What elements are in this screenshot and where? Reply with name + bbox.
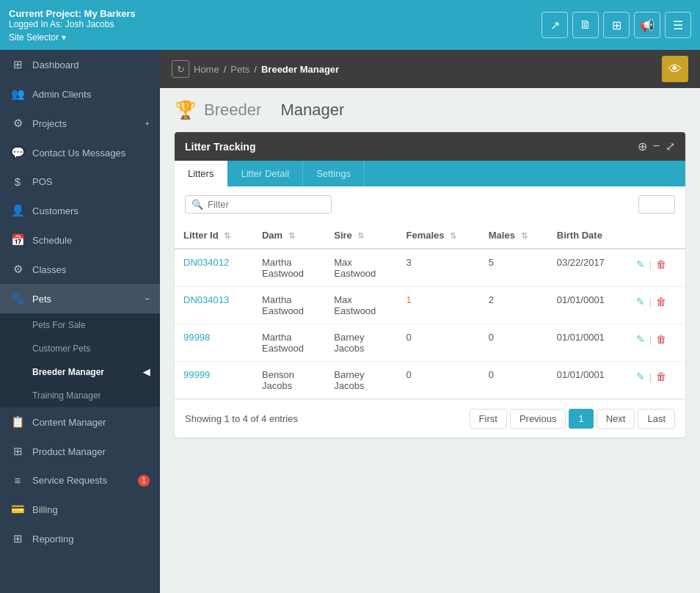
col-litter-id-label: Litter Id <box>183 230 219 241</box>
breadcrumb-eye-button[interactable]: 👁 <box>662 56 688 82</box>
sidebar-sub-item-customer-pets[interactable]: Customer Pets <box>0 337 160 360</box>
card-expand-icon[interactable]: ⤢ <box>666 139 675 153</box>
schedule-icon: 📅 <box>10 233 25 247</box>
document-icon-btn[interactable]: 🗎 <box>572 12 599 38</box>
delete-icon[interactable]: 🗑 <box>656 296 666 308</box>
breadcrumb-refresh-icon[interactable]: ↻ <box>172 60 189 78</box>
pets-for-sale-label: Pets For Sale <box>32 320 86 330</box>
col-dam-sort-icon[interactable]: ⇅ <box>288 231 295 240</box>
cell-dam: Martha Eastwood <box>253 287 325 324</box>
pagination-page-1-btn[interactable]: 1 <box>569 409 593 429</box>
sidebar-label-content-manager: Content Manager <box>32 417 106 428</box>
project-name: Current Project: My Barkers <box>9 8 136 19</box>
tab-settings[interactable]: Settings <box>303 161 365 186</box>
sidebar-item-content-manager[interactable]: 📋 Content Manager <box>0 407 160 437</box>
sitemap-icon-btn[interactable]: ⊞ <box>603 12 630 38</box>
litter-id-link[interactable]: 99998 <box>183 332 210 343</box>
pagination-first-btn[interactable]: First <box>470 409 507 429</box>
litter-id-link[interactable]: DN034013 <box>183 294 229 305</box>
cell-males: 5 <box>480 249 548 287</box>
pagination-info: Showing 1 to 4 of 4 entries <box>185 413 298 424</box>
sidebar-item-reporting[interactable]: ⊞ Reporting <box>0 524 160 553</box>
page-content: 🏆 Breeder Manager Litter Tracking ⊕ − ⤢ … <box>160 88 700 593</box>
sidebar-item-contact-us[interactable]: 💬 Contact Us Messages <box>0 138 160 167</box>
sidebar-item-pos[interactable]: $ POS <box>0 167 160 196</box>
delete-icon[interactable]: 🗑 <box>656 371 666 382</box>
card-minimize-icon[interactable]: − <box>653 139 660 153</box>
sidebar-item-pets[interactable]: 🐾 Pets − <box>0 284 160 313</box>
tab-litter-detail-label: Litter Detail <box>241 168 289 179</box>
product-manager-icon: ⊞ <box>10 445 25 458</box>
col-females-sort-icon[interactable]: ⇅ <box>450 231 456 240</box>
col-females: Females ⇅ <box>397 222 479 249</box>
sidebar-label-pos: POS <box>32 176 52 187</box>
edit-icon[interactable]: ✎ <box>636 371 645 382</box>
search-box: 🔍 <box>185 195 332 214</box>
sidebar-sub-item-pets-for-sale[interactable]: Pets For Sale <box>0 313 160 337</box>
pagination-bar: Showing 1 to 4 of 4 entries First Previo… <box>175 399 685 437</box>
col-birth-date-label: Birth Date <box>557 230 602 241</box>
col-sire: Sire ⇅ <box>325 222 397 249</box>
tab-litters[interactable]: Litters <box>175 161 227 186</box>
card-add-icon[interactable]: ⊕ <box>638 139 647 153</box>
pagination-previous-btn[interactable]: Previous <box>510 409 566 429</box>
litter-id-link[interactable]: DN034012 <box>183 257 229 268</box>
logged-in-label: Logged In As: Josh Jacobs <box>9 19 136 29</box>
table-row: DN034013Martha EastwoodMax Eastwood1201/… <box>175 287 685 324</box>
tab-litter-detail[interactable]: Litter Detail <box>227 161 303 186</box>
col-litter-id-sort-icon[interactable]: ⇅ <box>224 231 230 240</box>
edit-icon[interactable]: ✎ <box>636 333 645 345</box>
sidebar-item-dashboard[interactable]: ⊞ Dashboard <box>0 50 160 79</box>
delete-icon[interactable]: 🗑 <box>656 333 666 345</box>
megaphone-icon-btn[interactable]: 📢 <box>634 12 660 38</box>
site-selector[interactable]: Site Selector ▾ <box>9 32 136 43</box>
breadcrumb-home[interactable]: Home <box>194 64 219 75</box>
delete-icon[interactable]: 🗑 <box>656 258 666 270</box>
pagination-last-btn[interactable]: Last <box>638 409 675 429</box>
contact-us-icon: 💬 <box>10 146 25 159</box>
sidebar-item-admin-clients[interactable]: 👥 Admin Clients <box>0 79 160 109</box>
menu-icon-btn[interactable]: ☰ <box>665 12 691 38</box>
dashboard-icon: ⊞ <box>10 58 25 71</box>
pagination-next-btn[interactable]: Next <box>597 409 635 429</box>
breadcrumb-sep1: / <box>224 64 227 75</box>
sidebar-sub-item-breeder-manager[interactable]: Breeder Manager ◀ <box>0 360 160 384</box>
trophy-icon: 🏆 <box>175 100 197 120</box>
table-row: 99999Benson JacobsBarney Jacobs0001/01/0… <box>175 362 685 399</box>
breadcrumb-pets[interactable]: Pets <box>230 64 249 75</box>
pagination-controls: First Previous 1 Next Last <box>470 409 675 429</box>
sidebar-label-contact-us: Contact Us Messages <box>32 148 125 159</box>
litter-id-link[interactable]: 99999 <box>183 369 210 380</box>
filter-input[interactable] <box>208 199 325 210</box>
projects-expand-icon: + <box>145 119 150 128</box>
col-males-sort-icon[interactable]: ⇅ <box>521 231 528 240</box>
sidebar-label-billing: Billing <box>32 504 58 515</box>
col-birth-date: Birth Date <box>548 222 627 249</box>
table-body: DN034012Martha EastwoodMax Eastwood3503/… <box>175 249 685 399</box>
edit-icon[interactable]: ✎ <box>636 258 645 270</box>
sidebar-sub-item-training-manager[interactable]: Training Manager <box>0 384 160 407</box>
training-manager-label: Training Manager <box>32 390 101 401</box>
page-size-input[interactable]: 10 <box>638 195 675 214</box>
sidebar-item-billing[interactable]: 💳 Billing <box>0 495 160 524</box>
sidebar-item-service-requests[interactable]: ≡ Service Requests 1 <box>0 466 160 495</box>
sidebar-label-service-requests: Service Requests <box>32 475 107 486</box>
col-sire-sort-icon[interactable]: ⇅ <box>357 231 364 240</box>
sidebar-item-schedule[interactable]: 📅 Schedule <box>0 225 160 255</box>
sidebar-item-product-manager[interactable]: ⊞ Product Manager <box>0 437 160 466</box>
header-icons: ↗ 🗎 ⊞ 📢 ☰ <box>542 12 691 38</box>
cell-sire: Max Eastwood <box>325 249 397 287</box>
tab-litters-label: Litters <box>188 168 214 179</box>
breeder-manager-label: Breeder Manager <box>32 367 104 377</box>
share-icon-btn[interactable]: ↗ <box>542 12 568 38</box>
col-males: Males ⇅ <box>480 222 548 249</box>
billing-icon: 💳 <box>10 503 25 516</box>
sidebar-item-classes[interactable]: ⚙ Classes <box>0 255 160 284</box>
cell-birth-date: 01/01/0001 <box>548 362 627 399</box>
pets-submenu: Pets For Sale Customer Pets Breeder Mana… <box>0 313 160 407</box>
edit-icon[interactable]: ✎ <box>636 296 645 308</box>
col-males-label: Males <box>489 230 515 241</box>
sidebar-item-customers[interactable]: 👤 Customers <box>0 196 160 225</box>
sidebar-label-schedule: Schedule <box>32 235 72 246</box>
sidebar-item-projects[interactable]: ⚙ Projects + <box>0 109 160 138</box>
